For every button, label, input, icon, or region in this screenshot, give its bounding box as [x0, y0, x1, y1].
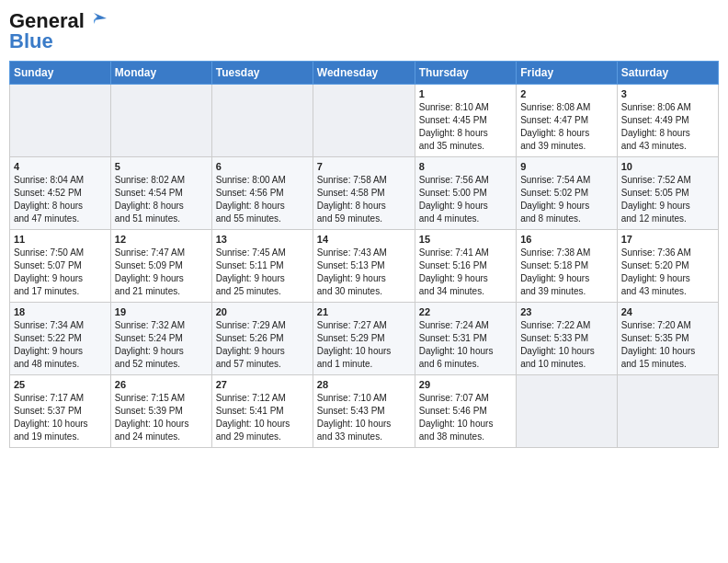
day-info: Sunrise: 7:43 AM Sunset: 5:13 PM Dayligh…	[317, 247, 411, 298]
calendar-cell: 25Sunrise: 7:17 AM Sunset: 5:37 PM Dayli…	[10, 375, 111, 448]
day-info: Sunrise: 7:41 AM Sunset: 5:16 PM Dayligh…	[419, 247, 512, 298]
weekday-header-tuesday: Tuesday	[211, 62, 313, 85]
calendar-table: SundayMondayTuesdayWednesdayThursdayFrid…	[9, 61, 719, 448]
logo-bird-icon	[86, 11, 107, 28]
calendar-cell: 3Sunrise: 8:06 AM Sunset: 4:49 PM Daylig…	[617, 85, 718, 157]
day-number: 7	[317, 161, 411, 172]
day-info: Sunrise: 8:06 AM Sunset: 4:49 PM Dayligh…	[621, 101, 714, 153]
weekday-header-monday: Monday	[110, 62, 211, 85]
day-info: Sunrise: 7:58 AM Sunset: 4:58 PM Dayligh…	[317, 174, 411, 225]
day-number: 21	[317, 306, 411, 317]
day-number: 22	[419, 306, 512, 317]
day-number: 10	[621, 161, 714, 172]
weekday-header-thursday: Thursday	[415, 62, 516, 85]
calendar-cell: 20Sunrise: 7:29 AM Sunset: 5:26 PM Dayli…	[211, 303, 313, 375]
day-info: Sunrise: 7:27 AM Sunset: 5:29 PM Dayligh…	[317, 319, 411, 371]
day-info: Sunrise: 8:04 AM Sunset: 4:52 PM Dayligh…	[14, 174, 107, 225]
day-number: 17	[621, 234, 714, 245]
day-info: Sunrise: 7:52 AM Sunset: 5:05 PM Dayligh…	[621, 174, 714, 225]
day-number: 6	[216, 161, 309, 172]
calendar-cell: 28Sunrise: 7:10 AM Sunset: 5:43 PM Dayli…	[313, 375, 415, 448]
day-info: Sunrise: 7:34 AM Sunset: 5:22 PM Dayligh…	[14, 319, 107, 371]
logo-blue: Blue	[9, 29, 53, 53]
calendar-cell: 8Sunrise: 7:56 AM Sunset: 5:00 PM Daylig…	[415, 157, 516, 230]
calendar-cell: 23Sunrise: 7:22 AM Sunset: 5:33 PM Dayli…	[517, 303, 618, 375]
calendar-cell: 16Sunrise: 7:38 AM Sunset: 5:18 PM Dayli…	[517, 230, 618, 303]
day-info: Sunrise: 7:20 AM Sunset: 5:35 PM Dayligh…	[621, 319, 714, 371]
calendar-cell	[211, 85, 313, 157]
day-info: Sunrise: 7:10 AM Sunset: 5:43 PM Dayligh…	[317, 392, 411, 443]
day-info: Sunrise: 8:00 AM Sunset: 4:56 PM Dayligh…	[216, 174, 309, 225]
calendar-cell: 14Sunrise: 7:43 AM Sunset: 5:13 PM Dayli…	[313, 230, 415, 303]
calendar-cell: 17Sunrise: 7:36 AM Sunset: 5:20 PM Dayli…	[617, 230, 718, 303]
day-info: Sunrise: 7:36 AM Sunset: 5:20 PM Dayligh…	[621, 247, 714, 298]
day-number: 13	[216, 234, 309, 245]
weekday-header-wednesday: Wednesday	[313, 62, 415, 85]
calendar-cell: 19Sunrise: 7:32 AM Sunset: 5:24 PM Dayli…	[110, 303, 211, 375]
day-info: Sunrise: 7:17 AM Sunset: 5:37 PM Dayligh…	[14, 392, 107, 443]
day-number: 28	[317, 379, 411, 390]
day-number: 20	[216, 306, 309, 317]
calendar-cell: 27Sunrise: 7:12 AM Sunset: 5:41 PM Dayli…	[211, 375, 313, 448]
calendar-cell: 13Sunrise: 7:45 AM Sunset: 5:11 PM Dayli…	[211, 230, 313, 303]
calendar-cell: 22Sunrise: 7:24 AM Sunset: 5:31 PM Dayli…	[415, 303, 516, 375]
day-number: 26	[115, 379, 208, 390]
day-info: Sunrise: 8:10 AM Sunset: 4:45 PM Dayligh…	[419, 101, 512, 153]
day-info: Sunrise: 7:22 AM Sunset: 5:33 PM Dayligh…	[520, 319, 613, 371]
weekday-header-row: SundayMondayTuesdayWednesdayThursdayFrid…	[10, 62, 719, 85]
calendar-cell: 21Sunrise: 7:27 AM Sunset: 5:29 PM Dayli…	[313, 303, 415, 375]
day-info: Sunrise: 8:02 AM Sunset: 4:54 PM Dayligh…	[115, 174, 208, 225]
day-info: Sunrise: 7:07 AM Sunset: 5:46 PM Dayligh…	[419, 392, 512, 443]
day-number: 1	[419, 88, 512, 99]
calendar-cell	[313, 85, 415, 157]
calendar-cell	[617, 375, 718, 448]
day-info: Sunrise: 7:29 AM Sunset: 5:26 PM Dayligh…	[216, 319, 309, 371]
week-row-1: 1Sunrise: 8:10 AM Sunset: 4:45 PM Daylig…	[10, 85, 719, 157]
calendar-cell: 18Sunrise: 7:34 AM Sunset: 5:22 PM Dayli…	[10, 303, 111, 375]
day-number: 12	[115, 234, 208, 245]
week-row-4: 18Sunrise: 7:34 AM Sunset: 5:22 PM Dayli…	[10, 303, 719, 375]
day-info: Sunrise: 7:12 AM Sunset: 5:41 PM Dayligh…	[216, 392, 309, 443]
calendar-cell: 2Sunrise: 8:08 AM Sunset: 4:47 PM Daylig…	[517, 85, 618, 157]
calendar-cell: 24Sunrise: 7:20 AM Sunset: 5:35 PM Dayli…	[617, 303, 718, 375]
logo: General Blue	[9, 9, 107, 53]
calendar-cell: 7Sunrise: 7:58 AM Sunset: 4:58 PM Daylig…	[313, 157, 415, 230]
day-number: 15	[419, 234, 512, 245]
week-row-3: 11Sunrise: 7:50 AM Sunset: 5:07 PM Dayli…	[10, 230, 719, 303]
day-info: Sunrise: 8:08 AM Sunset: 4:47 PM Dayligh…	[520, 101, 613, 153]
calendar-cell	[110, 85, 211, 157]
day-info: Sunrise: 7:45 AM Sunset: 5:11 PM Dayligh…	[216, 247, 309, 298]
calendar-cell: 6Sunrise: 8:00 AM Sunset: 4:56 PM Daylig…	[211, 157, 313, 230]
day-info: Sunrise: 7:32 AM Sunset: 5:24 PM Dayligh…	[115, 319, 208, 371]
day-number: 9	[520, 161, 613, 172]
calendar-cell: 9Sunrise: 7:54 AM Sunset: 5:02 PM Daylig…	[517, 157, 618, 230]
day-info: Sunrise: 7:38 AM Sunset: 5:18 PM Dayligh…	[520, 247, 613, 298]
calendar-cell: 5Sunrise: 8:02 AM Sunset: 4:54 PM Daylig…	[110, 157, 211, 230]
day-number: 3	[621, 88, 714, 99]
calendar-cell: 4Sunrise: 8:04 AM Sunset: 4:52 PM Daylig…	[10, 157, 111, 230]
day-number: 14	[317, 234, 411, 245]
day-number: 2	[520, 88, 613, 99]
day-info: Sunrise: 7:56 AM Sunset: 5:00 PM Dayligh…	[419, 174, 512, 225]
week-row-2: 4Sunrise: 8:04 AM Sunset: 4:52 PM Daylig…	[10, 157, 719, 230]
day-number: 25	[14, 379, 107, 390]
day-info: Sunrise: 7:15 AM Sunset: 5:39 PM Dayligh…	[115, 392, 208, 443]
calendar-cell: 11Sunrise: 7:50 AM Sunset: 5:07 PM Dayli…	[10, 230, 111, 303]
calendar-cell	[10, 85, 111, 157]
day-number: 16	[520, 234, 613, 245]
day-number: 4	[14, 161, 107, 172]
weekday-header-saturday: Saturday	[617, 62, 718, 85]
week-row-5: 25Sunrise: 7:17 AM Sunset: 5:37 PM Dayli…	[10, 375, 719, 448]
day-number: 18	[14, 306, 107, 317]
day-number: 23	[520, 306, 613, 317]
calendar-cell: 12Sunrise: 7:47 AM Sunset: 5:09 PM Dayli…	[110, 230, 211, 303]
day-info: Sunrise: 7:54 AM Sunset: 5:02 PM Dayligh…	[520, 174, 613, 225]
day-number: 8	[419, 161, 512, 172]
day-number: 5	[115, 161, 208, 172]
day-number: 19	[115, 306, 208, 317]
calendar-cell	[517, 375, 618, 448]
day-info: Sunrise: 7:24 AM Sunset: 5:31 PM Dayligh…	[419, 319, 512, 371]
day-number: 29	[419, 379, 512, 390]
weekday-header-sunday: Sunday	[10, 62, 111, 85]
day-info: Sunrise: 7:47 AM Sunset: 5:09 PM Dayligh…	[115, 247, 208, 298]
